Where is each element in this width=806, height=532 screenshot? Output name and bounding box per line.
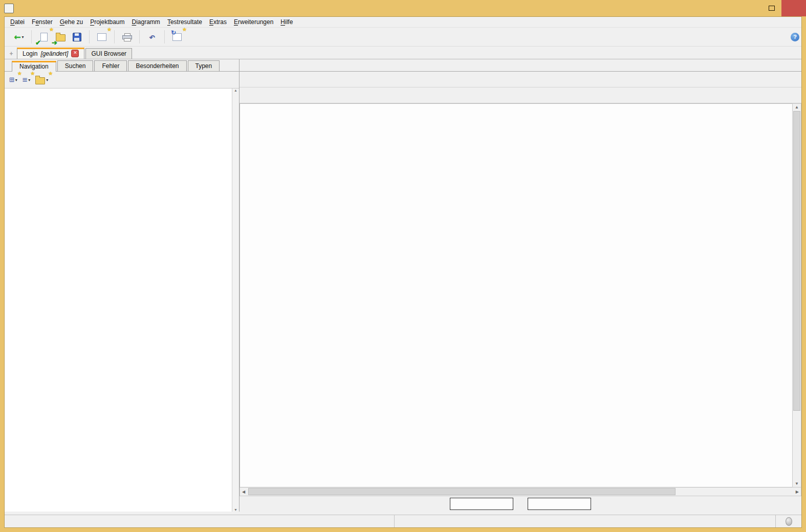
grid-plus-icon: ⊞ bbox=[9, 76, 14, 84]
close-button[interactable] bbox=[781, 0, 806, 16]
tab-besonderheiten[interactable]: Besonderheiten bbox=[128, 60, 186, 71]
scroll-right-icon[interactable]: ▶ bbox=[794, 489, 801, 495]
apply-button[interactable] bbox=[450, 498, 513, 510]
open-button[interactable]: ➔ bbox=[54, 30, 67, 44]
canvas-vertical-scrollbar[interactable]: ▲ ▼ bbox=[792, 103, 801, 487]
tab-typen[interactable]: Typen bbox=[188, 60, 220, 71]
new-item-button[interactable]: ✔★ bbox=[37, 30, 51, 44]
open-folder-icon-overlay: ➔ bbox=[52, 39, 57, 46]
left-panel-toolbar: ⊞★▾≡★▾★▾ bbox=[5, 72, 239, 88]
back-arrow-icon: ← bbox=[14, 31, 20, 42]
app-window: DateiFensterGehe zuProjektbaumDiagrammTe… bbox=[0, 0, 806, 532]
minimize-button[interactable] bbox=[743, 0, 762, 16]
tree-scrollbar[interactable]: ▲▼ bbox=[232, 88, 239, 512]
new-window-button[interactable]: ★ bbox=[95, 30, 108, 44]
diagram-canvas[interactable] bbox=[239, 103, 792, 487]
status-bar bbox=[5, 515, 801, 527]
help-icon[interactable]: ? bbox=[791, 33, 799, 41]
editor-tabs bbox=[239, 59, 801, 72]
doc-tab-label: GUI Browser bbox=[91, 50, 126, 57]
menu-item-erweiterungen[interactable]: Erweiterungen bbox=[230, 17, 277, 27]
new-star-icon: ★ bbox=[107, 27, 112, 32]
dropdown-arrow-icon[interactable]: ▾ bbox=[15, 78, 17, 82]
app-icon bbox=[4, 4, 14, 13]
undo-arrow-icon: ↶ bbox=[149, 32, 155, 42]
reload-clock-icon-overlay: ↻ bbox=[171, 30, 176, 36]
menu-item-datei[interactable]: Datei bbox=[7, 17, 28, 27]
printer-icon bbox=[122, 33, 132, 41]
status-section-empty bbox=[5, 515, 395, 527]
save-floppy-icon bbox=[73, 33, 81, 41]
left-panel-tabs: NavigationSuchenFehlerBesonderheitenType… bbox=[5, 59, 239, 72]
status-text bbox=[395, 515, 776, 527]
canvas-horizontal-scrollbar[interactable]: ◀ ▶ bbox=[239, 487, 801, 496]
scroll-left-icon[interactable]: ◀ bbox=[240, 489, 247, 495]
dropdown-arrow-icon[interactable]: ▾ bbox=[46, 78, 48, 82]
new-star-icon: ★ bbox=[49, 27, 54, 32]
menu-item-projektbaum[interactable]: Projektbaum bbox=[86, 17, 128, 27]
new-item-icon-overlay: ✔ bbox=[35, 39, 41, 46]
navigation-panel: NavigationSuchenFehlerBesonderheitenType… bbox=[5, 59, 239, 512]
doc-tab-modified-label: [geändert] bbox=[40, 50, 68, 57]
new-star-icon: ★ bbox=[182, 27, 187, 32]
dropdown-arrow-icon[interactable]: ▾ bbox=[28, 78, 30, 82]
new-window-icon bbox=[97, 33, 106, 41]
new-list-button[interactable]: ≡★▾ bbox=[21, 74, 32, 86]
menu-item-testresultate[interactable]: Testresultate bbox=[164, 17, 206, 27]
editor-panel: ▲ ▼ ◀ ▶ bbox=[239, 59, 801, 512]
new-item-icon bbox=[40, 33, 48, 41]
new-view-button[interactable]: ⊞★▾ bbox=[8, 74, 19, 86]
run-toolbar bbox=[239, 72, 801, 87]
doc-tab-gui-browser[interactable]: GUI Browser bbox=[85, 48, 132, 59]
list-plus-icon: ≡ bbox=[23, 76, 28, 84]
scrollbar-thumb[interactable] bbox=[793, 111, 800, 411]
menu-bar: DateiFensterGehe zuProjektbaumDiagrammTe… bbox=[5, 17, 801, 28]
document-tabs: +Login [geändert]✕GUI Browser bbox=[5, 47, 801, 59]
scroll-up-icon[interactable]: ▲ bbox=[793, 104, 801, 110]
menu-item-fenster[interactable]: Fenster bbox=[28, 17, 56, 27]
folder-plus-icon bbox=[35, 77, 45, 84]
new-folder-button[interactable]: ★▾ bbox=[34, 74, 50, 86]
scroll-down-icon[interactable]: ▼ bbox=[234, 508, 237, 512]
undo-button[interactable]: ↶ bbox=[145, 30, 159, 44]
status-led-section bbox=[776, 515, 801, 527]
menu-item-extras[interactable]: Extras bbox=[206, 17, 230, 27]
scrollbar-thumb[interactable] bbox=[248, 488, 676, 495]
main-toolbar: ←▾✔★➔★↶↻★? bbox=[5, 28, 801, 47]
tab-fehler[interactable]: Fehler bbox=[94, 60, 127, 71]
menu-item-hilfe[interactable]: Hilfe bbox=[277, 17, 296, 27]
doc-tab-label: Login bbox=[23, 50, 37, 57]
test-tree bbox=[5, 88, 232, 512]
new-star-icon: ★ bbox=[48, 71, 53, 76]
apply-discard-row bbox=[239, 496, 801, 512]
add-tab-button[interactable]: + bbox=[7, 50, 15, 57]
scroll-up-icon[interactable]: ▲ bbox=[234, 88, 237, 92]
dropdown-arrow-icon[interactable]: ▾ bbox=[22, 35, 24, 39]
save-button[interactable] bbox=[70, 30, 83, 44]
close-tab-icon[interactable]: ✕ bbox=[71, 50, 79, 57]
print-button[interactable] bbox=[120, 30, 134, 44]
doc-tab-login[interactable]: Login [geändert]✕ bbox=[17, 48, 84, 59]
menu-item-diagramm[interactable]: Diagramm bbox=[128, 17, 164, 27]
maximize-icon bbox=[769, 6, 775, 11]
activity-led-icon bbox=[786, 517, 792, 526]
reload-view-button[interactable]: ↻★ bbox=[170, 30, 184, 44]
diagram-edit-toolbar bbox=[239, 87, 801, 103]
tab-navigation[interactable]: Navigation bbox=[12, 61, 56, 72]
menu-item-gehe-zu[interactable]: Gehe zu bbox=[56, 17, 86, 27]
maximize-button[interactable] bbox=[762, 0, 781, 16]
title-bar[interactable] bbox=[0, 0, 806, 16]
discard-button[interactable] bbox=[528, 498, 591, 510]
back-button[interactable]: ←▾ bbox=[12, 30, 26, 44]
scroll-down-icon[interactable]: ▼ bbox=[793, 480, 801, 487]
tab-suchen[interactable]: Suchen bbox=[57, 60, 94, 71]
